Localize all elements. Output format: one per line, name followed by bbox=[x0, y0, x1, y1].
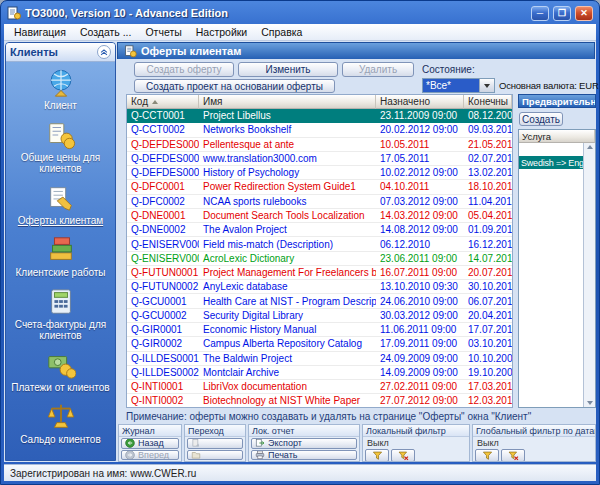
scroll-up-icon[interactable] bbox=[587, 145, 593, 149]
cell-name: Montclair Archive bbox=[199, 366, 376, 379]
cell-code: Q-FUTUN0002 bbox=[127, 280, 199, 293]
balance-icon bbox=[46, 402, 76, 432]
table-row[interactable]: Q-DNE0001Document Search Tools Localizat… bbox=[127, 209, 512, 223]
menu-item-4[interactable]: Справка bbox=[254, 24, 309, 40]
sidebar-item-5[interactable]: Платежи от клиентов bbox=[6, 350, 115, 393]
table-row[interactable]: Q-GCU0002Security Digital Library30.03.2… bbox=[127, 309, 512, 323]
table-row[interactable]: Q-ENISERV0002AcroLexic Dictionary23.06.2… bbox=[127, 252, 512, 266]
cell-assigned: 20.02.2012 09:00 bbox=[376, 123, 464, 136]
table-row[interactable]: Q-DNE0002The Avalon Project14.08.2012 09… bbox=[127, 223, 512, 237]
app-window: TO3000, Version 10 - Advanced Edition ─ … bbox=[0, 0, 600, 485]
state-combobox[interactable]: *Все* bbox=[422, 78, 495, 93]
sidebar-item-0[interactable]: Клиент bbox=[6, 68, 115, 111]
combo-dropdown-icon[interactable] bbox=[479, 79, 494, 92]
local-filter-group-title: Локальный фильтр bbox=[363, 425, 469, 437]
sidebar-item-1[interactable]: Общие цены для клиентов bbox=[6, 120, 115, 174]
column-header-code[interactable]: Код bbox=[127, 95, 199, 109]
table-row[interactable]: Q-ENISERV0001Field mis-match (Descriptio… bbox=[127, 237, 512, 251]
table-row[interactable]: Q-DFC0002NCAA sports rulebooks07.03.2012… bbox=[127, 195, 512, 209]
create-quote-button[interactable]: Создать оферту bbox=[134, 62, 234, 77]
print-icon bbox=[255, 450, 265, 460]
table-row[interactable]: Q-GIR0001Economic History Manual11.06.20… bbox=[127, 323, 512, 337]
filter-icon bbox=[372, 450, 383, 461]
back-button[interactable]: Назад bbox=[121, 438, 179, 449]
sidebar-item-label: Оферты клиентам bbox=[18, 215, 103, 226]
scroll-down-icon[interactable] bbox=[587, 401, 593, 405]
transition-button-1[interactable] bbox=[187, 438, 243, 449]
filter-icon bbox=[482, 450, 493, 461]
sidebar-item-4[interactable]: Счета-фактуры для клиентов bbox=[6, 287, 115, 341]
cell-deadline: 17.03.2011 bbox=[464, 380, 512, 393]
table-row[interactable]: Q-CCT0002Networks Bookshelf20.02.2012 09… bbox=[127, 123, 512, 137]
print-button[interactable]: Печать bbox=[251, 450, 357, 461]
maximize-button[interactable]: ❐ bbox=[553, 6, 571, 21]
cell-code: Q-FUTUN0001 bbox=[127, 266, 199, 279]
menu-item-3[interactable]: Настройки bbox=[189, 24, 255, 40]
cell-name: Security Digital Library bbox=[199, 309, 376, 322]
forward-button[interactable]: Вперед bbox=[121, 450, 179, 461]
filter-off-icon bbox=[398, 450, 409, 461]
table-row[interactable]: Q-FUTUN0001Project Management For Freela… bbox=[127, 266, 512, 280]
minimize-button[interactable]: ─ bbox=[531, 6, 549, 21]
edit-button[interactable]: Изменить bbox=[238, 62, 338, 77]
global-filter-button[interactable] bbox=[475, 449, 499, 462]
sidebar-item-3[interactable]: Клиентские работы bbox=[6, 235, 115, 278]
sidebar-item-7[interactable]: Папки клиентов bbox=[6, 454, 115, 460]
transition-group: Переход bbox=[184, 424, 246, 462]
status-bar: Зарегистрирован на имя: www.CWER.ru bbox=[4, 464, 596, 481]
table-row[interactable]: Q-DEFDES0003History of Psychology10.02.2… bbox=[127, 166, 512, 180]
menu-item-2[interactable]: Отчеты bbox=[138, 24, 188, 40]
base-currency-label: Основная валюта: EUR bbox=[499, 80, 599, 91]
table-row[interactable]: Q-INTI0001LibriVox documentation27.02.20… bbox=[127, 380, 512, 394]
title-bar[interactable]: TO3000, Version 10 - Advanced Edition ─ … bbox=[3, 3, 597, 23]
table-row[interactable]: Q-GIR0002Campus Alberta Repository Catal… bbox=[127, 337, 512, 351]
service-list-item[interactable] bbox=[519, 143, 583, 156]
table-row[interactable]: Q-DEFDES0002www.translation3000.com17.05… bbox=[127, 152, 512, 166]
table-row[interactable]: Q-DEFDES0001Pellentesque at ante10.05.20… bbox=[127, 138, 512, 152]
local-report-group-title: Лок. отчет bbox=[249, 425, 359, 437]
cell-name: AcroLexic Dictionary bbox=[199, 252, 376, 265]
column-header-name[interactable]: Имя bbox=[199, 95, 376, 109]
registered-to-text: Зарегистрирован на имя: www.CWER.ru bbox=[10, 468, 196, 479]
app-icon bbox=[7, 6, 21, 20]
global-filter-clear-button[interactable] bbox=[501, 449, 525, 462]
cell-code: Q-CCT0001 bbox=[127, 109, 199, 122]
cell-assigned: 11.06.2011 09:00 bbox=[376, 323, 464, 336]
column-header-deadline[interactable]: Конечны bbox=[464, 95, 512, 109]
sidebar-item-label: Счета-фактуры для клиентов bbox=[10, 319, 112, 341]
journal-group: Журнал Назад Вперед bbox=[118, 424, 182, 462]
transition-button-2[interactable] bbox=[187, 450, 243, 461]
cell-code: Q-GCU0001 bbox=[127, 294, 199, 307]
create-project-button[interactable]: Создать проект на основании оферты bbox=[134, 79, 335, 93]
sidebar-item-6[interactable]: Сальдо клиентов bbox=[6, 402, 115, 445]
global-filter-state: Выкл bbox=[475, 438, 593, 448]
table-row[interactable]: Q-ILLDES0001The Baldwin Project24.09.200… bbox=[127, 352, 512, 366]
table-row[interactable]: Q-INTI0002Biotechnology at NIST White Pa… bbox=[127, 394, 512, 408]
menu-item-0[interactable]: Навигация bbox=[7, 24, 73, 40]
table-row[interactable]: Q-FUTUN0002AnyLexic database13.10.2010 0… bbox=[127, 280, 512, 294]
cell-code: Q-DNE0002 bbox=[127, 223, 199, 236]
sidebar-item-2[interactable]: Оферты клиентам bbox=[6, 183, 115, 226]
service-list-item[interactable]: Swedish => English bbox=[519, 156, 583, 169]
collapse-chevron-icon[interactable] bbox=[97, 45, 111, 59]
menu-item-1[interactable]: Создать ... bbox=[73, 24, 139, 40]
column-header-assigned[interactable]: Назначено bbox=[376, 95, 464, 109]
state-label: Состояние: bbox=[422, 64, 475, 75]
goto-document-icon bbox=[191, 438, 201, 448]
table-row[interactable]: Q-GCU0001Health Care at NIST - Program D… bbox=[127, 294, 512, 308]
global-filter-group: Глобальный фильтр по датам Выкл bbox=[472, 424, 596, 462]
create-preliminary-button[interactable]: Создать bbox=[519, 112, 563, 126]
service-list-scrollbar[interactable] bbox=[583, 143, 595, 407]
column-header-service[interactable]: Услуга bbox=[519, 130, 595, 143]
table-row[interactable]: Q-CCT0001Project Libellus23.11.2009 09:0… bbox=[127, 109, 512, 123]
table-row[interactable]: Q-DFC0001Power Redirection System Guide1… bbox=[127, 180, 512, 194]
service-list-header: Услуга bbox=[519, 130, 595, 143]
cell-code: Q-ILLDES0002 bbox=[127, 366, 199, 379]
export-button[interactable]: Экспорт bbox=[251, 438, 357, 449]
local-filter-button[interactable] bbox=[365, 449, 389, 462]
cell-name: Project Libellus bbox=[199, 109, 376, 122]
close-button[interactable]: ✕ bbox=[575, 6, 593, 21]
delete-button[interactable]: Удалить bbox=[342, 62, 414, 77]
table-row[interactable]: Q-ILLDES0002Montclair Archive14.09.2009 … bbox=[127, 366, 512, 380]
local-filter-clear-button[interactable] bbox=[391, 449, 415, 462]
